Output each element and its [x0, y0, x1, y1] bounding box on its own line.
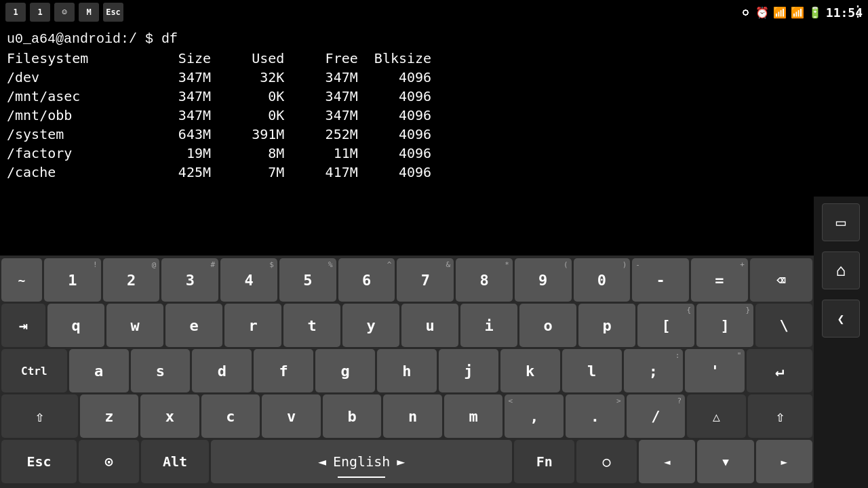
keyboard-row-1: ~ 1! 2@ 3# 4$ 5% 6^ 7& 8* 9( 0) -- =+ ⌫: [1, 258, 812, 302]
lang-arrow-left[interactable]: ◄: [318, 453, 326, 470]
key-backslash[interactable]: \: [755, 304, 812, 347]
key-backspace[interactable]: ⌫: [750, 258, 812, 302]
key-alt[interactable]: Alt: [141, 440, 209, 483]
key-shift-left[interactable]: ⇧: [1, 394, 78, 438]
alarm-icon: ⏰: [755, 6, 769, 19]
key-fn[interactable]: Fn: [514, 440, 574, 483]
key-slash[interactable]: /?: [627, 394, 686, 438]
key-9[interactable]: 9(: [515, 258, 572, 302]
key-4[interactable]: 4$: [220, 258, 277, 302]
key-3[interactable]: 3#: [161, 258, 218, 302]
keyboard-row-bottom: Esc ⊙ Alt ◄ English ► Fn ○ ◄ ▼ ►: [1, 440, 812, 483]
key-2[interactable]: 2@: [103, 258, 160, 302]
key-tab[interactable]: ⇥: [1, 304, 45, 347]
key-esc[interactable]: Esc: [1, 440, 77, 483]
key-u[interactable]: u: [401, 304, 458, 347]
key-q[interactable]: q: [47, 304, 104, 347]
key-w[interactable]: w: [106, 304, 163, 347]
notif-icon-esc: Esc: [103, 3, 123, 22]
battery-icon: 🔋: [808, 6, 822, 19]
key-m[interactable]: m: [444, 394, 503, 438]
key-bracket-close[interactable]: ]}: [696, 304, 753, 347]
signal-icon: 📶: [791, 6, 804, 19]
back-chevron-icon[interactable]: ❮: [822, 300, 860, 338]
key-circle-dot[interactable]: ⊙: [79, 440, 139, 483]
rectangle-icon[interactable]: ▭: [822, 203, 860, 241]
key-i[interactable]: i: [460, 304, 517, 347]
key-x[interactable]: x: [140, 394, 199, 438]
key-up-arrow[interactable]: △: [687, 394, 746, 438]
key-comma[interactable]: ,<: [505, 394, 564, 438]
key-c[interactable]: c: [201, 394, 260, 438]
key-semicolon[interactable]: ;:: [624, 349, 684, 392]
key-r[interactable]: r: [224, 304, 281, 347]
key-period[interactable]: .>: [566, 394, 625, 438]
key-0[interactable]: 0): [574, 258, 631, 302]
key-equals[interactable]: =+: [691, 258, 748, 302]
key-k[interactable]: k: [500, 349, 560, 392]
key-b[interactable]: b: [323, 394, 382, 438]
key-tilde[interactable]: ~: [1, 258, 42, 302]
keyboard-row-4: ⇧ z x c v b n m ,< .> /? △ ⇧: [1, 394, 812, 438]
key-v[interactable]: v: [262, 394, 321, 438]
key-nav-down[interactable]: ▼: [697, 440, 753, 483]
key-h[interactable]: h: [377, 349, 437, 392]
bluetooth-icon: ⭘: [741, 6, 751, 19]
key-shift-right[interactable]: ⇧: [748, 394, 812, 438]
key-7[interactable]: 7&: [397, 258, 454, 302]
notif-icon-1: 1: [5, 3, 26, 22]
notification-bar: 1 1 ☺ M Esc: [0, 0, 203, 24]
key-a[interactable]: a: [69, 349, 129, 392]
key-nav-right[interactable]: ►: [756, 440, 812, 483]
language-selector[interactable]: ◄ English ►: [211, 440, 512, 483]
key-8[interactable]: 8*: [456, 258, 513, 302]
key-y[interactable]: y: [342, 304, 399, 347]
key-6[interactable]: 6^: [338, 258, 395, 302]
key-j[interactable]: j: [439, 349, 498, 392]
wifi-icon: 📶: [773, 6, 787, 19]
keyboard-row-3: Ctrl a s d f g h j k l ;: '" ↵: [1, 349, 812, 392]
key-nav-left[interactable]: ◄: [639, 440, 695, 483]
home-icon[interactable]: ⌂: [822, 251, 860, 289]
key-s[interactable]: s: [131, 349, 191, 392]
terminal-table: Filesystem Size Used Free Blksize /dev 3…: [7, 49, 861, 182]
key-z[interactable]: z: [80, 394, 139, 438]
key-quote[interactable]: '": [685, 349, 745, 392]
terminal-prompt: u0_a64@android:/ $ df: [7, 30, 861, 49]
key-e[interactable]: e: [165, 304, 222, 347]
more-options-icon[interactable]: ⋮: [850, 3, 865, 20]
key-o[interactable]: o: [519, 304, 576, 347]
key-n[interactable]: n: [383, 394, 442, 438]
key-g[interactable]: g: [315, 349, 375, 392]
key-bracket-open[interactable]: [{: [637, 304, 694, 347]
key-5[interactable]: 5%: [279, 258, 336, 302]
key-enter[interactable]: ↵: [747, 349, 812, 392]
notif-icon-2: 1: [30, 3, 50, 22]
key-minus[interactable]: --: [632, 258, 689, 302]
right-panel: ▭ ⌂ ❮: [814, 197, 868, 488]
key-ctrl[interactable]: Ctrl: [1, 349, 67, 392]
status-bar: ⭘ ⏰ 📶 📶 🔋 11:54 ⋮: [732, 0, 868, 24]
keyboard: ~ 1! 2@ 3# 4$ 5% 6^ 7& 8* 9( 0) -- =+ ⌫ …: [0, 256, 814, 488]
notif-icon-gmail: M: [79, 3, 99, 22]
key-d[interactable]: d: [192, 349, 252, 392]
key-p[interactable]: p: [578, 304, 635, 347]
key-1[interactable]: 1!: [44, 258, 101, 302]
key-t[interactable]: t: [283, 304, 340, 347]
terminal-output: u0_a64@android:/ $ df Filesystem Size Us…: [0, 24, 868, 197]
keyboard-row-2: ⇥ q w e r t y u i o p [{ ]} \: [1, 304, 812, 347]
key-l[interactable]: l: [562, 349, 622, 392]
notif-icon-msg: ☺: [54, 3, 75, 22]
lang-arrow-right[interactable]: ►: [397, 453, 405, 470]
key-home-circle[interactable]: ○: [576, 440, 637, 483]
language-label: English: [333, 453, 390, 470]
key-f[interactable]: f: [254, 349, 313, 392]
